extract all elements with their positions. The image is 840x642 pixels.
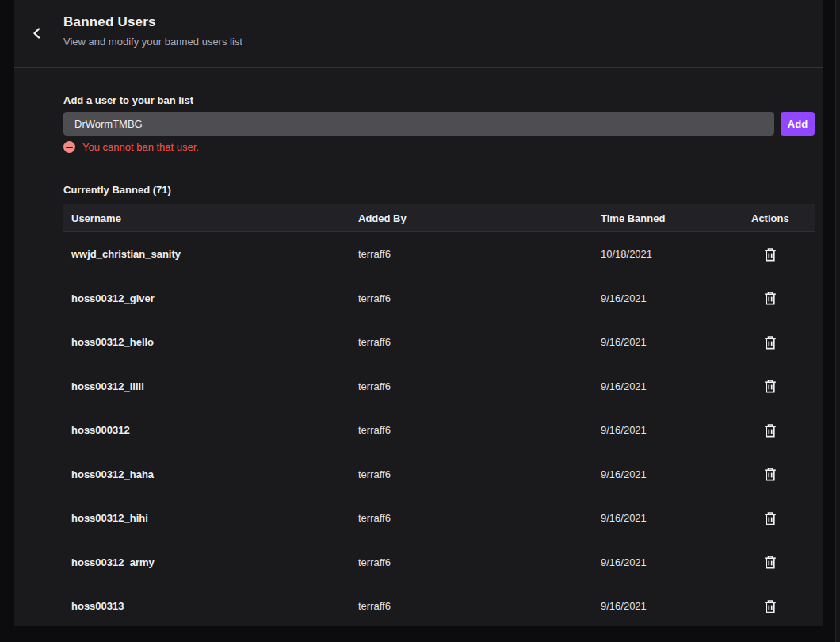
unban-button[interactable]	[761, 376, 780, 396]
cell-username: hoss00312_lllll	[63, 380, 350, 392]
cell-added-by: terraff6	[350, 248, 593, 260]
cell-time-banned: 9/16/2021	[593, 424, 743, 436]
cell-time-banned: 10/18/2021	[593, 248, 743, 260]
cell-time-banned: 9/16/2021	[593, 336, 743, 348]
cell-time-banned: 9/16/2021	[593, 380, 743, 392]
chevron-left-icon	[32, 28, 41, 39]
cell-added-by: terraff6	[350, 292, 593, 304]
banned-users-page: Banned Users View and modify your banned…	[0, 0, 840, 642]
cell-actions	[743, 421, 815, 440]
table-body: wwjd_christian_sanity terraff6 10/18/202…	[63, 232, 815, 626]
table-header-row: Username Added By Time Banned Actions	[63, 204, 815, 232]
cell-username: hoss00312_giver	[63, 292, 350, 304]
trash-icon	[764, 247, 777, 262]
trash-icon	[764, 599, 777, 613]
table-row: hoss00312_army terraff6 9/16/2021	[63, 541, 815, 585]
add-user-label: Add a user to your ban list	[63, 94, 193, 106]
table-row: hoss00313 terraff6 9/16/2021	[63, 584, 815, 626]
trash-icon	[764, 423, 777, 438]
column-header-actions: Actions	[743, 212, 815, 224]
cell-username: hoss00312_army	[63, 556, 350, 568]
cell-actions	[743, 289, 815, 308]
column-header-added-by: Added By	[350, 212, 593, 224]
cell-actions	[743, 333, 815, 352]
page-title: Banned Users	[63, 14, 242, 30]
trash-icon	[764, 291, 777, 305]
cell-username: hoss00312_haha	[63, 468, 350, 480]
table-row: hoss00312_giver terraff6 9/16/2021	[63, 277, 815, 321]
unban-button[interactable]	[761, 289, 780, 308]
header-titles: Banned Users View and modify your banned…	[63, 14, 242, 48]
trash-icon	[764, 379, 777, 393]
cell-added-by: terraff6	[350, 600, 593, 612]
page-header: Banned Users View and modify your banned…	[14, 0, 823, 68]
cell-actions	[743, 464, 815, 483]
cell-added-by: terraff6	[350, 556, 593, 568]
cell-username: hoss00312_hihi	[63, 512, 350, 524]
cell-actions	[743, 245, 815, 264]
cell-added-by: terraff6	[350, 468, 593, 480]
table-row: hoss00312_hello terraff6 9/16/2021	[63, 320, 815, 365]
cell-time-banned: 9/16/2021	[593, 468, 743, 480]
trash-icon	[764, 511, 777, 525]
cell-username: hoss00312_hello	[63, 336, 350, 348]
cell-actions	[743, 509, 815, 528]
table-row: wwjd_christian_sanity terraff6 10/18/202…	[63, 232, 815, 277]
content-area: Add a user to your ban list Add You cann…	[63, 68, 815, 626]
cell-username: hoss000312	[63, 424, 350, 436]
page-scrollbar[interactable]	[835, 0, 840, 642]
banned-users-panel: Banned Users View and modify your banned…	[14, 0, 823, 626]
error-message: You cannot ban that user.	[82, 141, 199, 153]
unban-button[interactable]	[761, 333, 780, 352]
cell-time-banned: 9/16/2021	[593, 600, 743, 612]
cell-time-banned: 9/16/2021	[593, 556, 743, 568]
column-header-time-banned: Time Banned	[593, 212, 743, 224]
trash-icon	[764, 555, 777, 569]
unban-button[interactable]	[761, 597, 780, 616]
cell-added-by: terraff6	[350, 424, 593, 436]
unban-button[interactable]	[761, 245, 780, 264]
table-row: hoss00312_hihi terraff6 9/16/2021	[63, 496, 815, 541]
unban-button[interactable]	[761, 509, 780, 528]
cell-actions	[743, 376, 815, 396]
table-row: hoss000312 terraff6 9/16/2021	[63, 408, 815, 453]
cell-added-by: terraff6	[350, 336, 593, 348]
trash-icon	[764, 467, 777, 481]
cell-username: wwjd_christian_sanity	[63, 248, 350, 260]
table-row: hoss00312_haha terraff6 9/16/2021	[63, 453, 815, 497]
cell-actions	[743, 552, 815, 571]
ban-username-input[interactable]	[63, 112, 774, 136]
minus-circle-icon	[63, 141, 75, 153]
unban-button[interactable]	[761, 552, 780, 571]
cell-time-banned: 9/16/2021	[593, 292, 743, 304]
currently-banned-heading: Currently Banned (71)	[63, 184, 171, 196]
error-message-row: You cannot ban that user.	[63, 141, 199, 153]
cell-added-by: terraff6	[350, 380, 593, 392]
table-row: hoss00312_lllll terraff6 9/16/2021	[63, 365, 815, 409]
cell-username: hoss00313	[63, 600, 350, 612]
unban-button[interactable]	[761, 464, 780, 483]
cell-time-banned: 9/16/2021	[593, 512, 743, 524]
column-header-username: Username	[63, 212, 350, 224]
cell-added-by: terraff6	[350, 512, 593, 524]
cell-actions	[743, 597, 815, 616]
unban-button[interactable]	[761, 421, 780, 440]
back-button[interactable]	[25, 22, 48, 44]
banned-users-table: Username Added By Time Banned Actions ww…	[63, 204, 815, 626]
page-subtitle: View and modify your banned users list	[63, 36, 242, 48]
add-button[interactable]: Add	[781, 112, 815, 136]
trash-icon	[764, 335, 777, 350]
